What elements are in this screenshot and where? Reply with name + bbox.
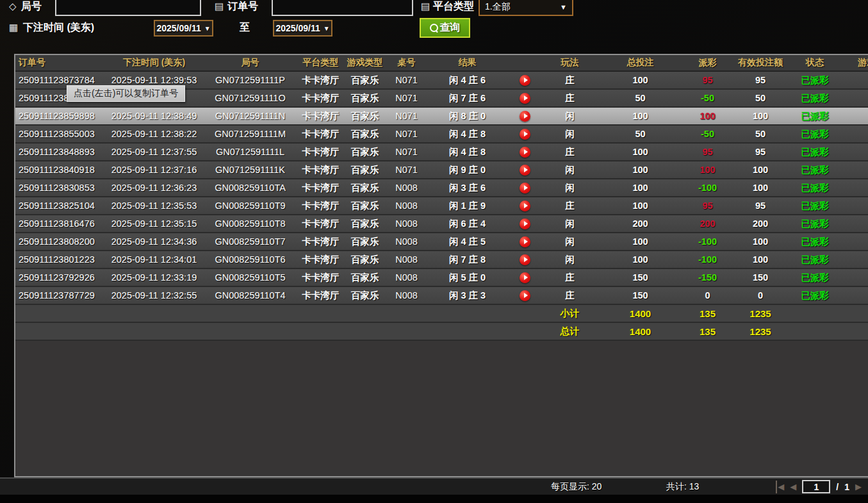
cell-game-type: 百家乐 <box>344 144 386 160</box>
cell-result: 闲 7 庄 6 <box>427 90 507 106</box>
cell-game-type: 百家乐 <box>344 215 386 232</box>
cell-replay <box>507 90 543 106</box>
play-replay-icon[interactable] <box>520 111 530 122</box>
cell-order-no[interactable]: 250911123801223 <box>15 251 105 268</box>
play-replay-icon[interactable] <box>520 75 530 86</box>
cell-order-no[interactable]: 250911123859898 <box>15 108 105 124</box>
game-no-input[interactable] <box>55 0 201 16</box>
platform-selected-value: 1.全部 <box>485 1 511 13</box>
column-header: 局号 <box>203 55 297 70</box>
order-no-input[interactable] <box>272 0 413 16</box>
per-page-label: 每页显示: 20 <box>551 481 602 493</box>
cell-valid-bet: 95 <box>732 72 789 88</box>
cell-replay <box>507 126 543 142</box>
cell-order-no[interactable]: 250911123816476 <box>15 215 105 232</box>
table-row[interactable]: 250911123825104 2025-09-11 12:35:53 GN00… <box>15 197 868 215</box>
cell-game-no: GN0712591111M <box>203 126 297 142</box>
cell-replay <box>507 197 543 214</box>
play-replay-icon[interactable] <box>520 219 530 229</box>
cell-order-no[interactable]: 250911123808200 <box>15 233 105 250</box>
column-header: 有效投注额 <box>732 55 789 70</box>
play-replay-icon[interactable] <box>520 165 530 176</box>
play-replay-icon[interactable] <box>520 93 530 104</box>
cell-result: 闲 4 庄 8 <box>427 144 507 160</box>
cell-order-no[interactable]: 250911123855003 <box>15 126 105 142</box>
cell-game-type: 百家乐 <box>344 161 386 178</box>
cell-game-type: 百家乐 <box>344 126 386 142</box>
table-row[interactable]: 250911123848893 2025-09-11 12:37:55 GN07… <box>15 144 868 161</box>
cell-valid-bet: 100 <box>732 161 789 178</box>
cell-game-mode: - <box>840 161 868 178</box>
platform-label: 平台类型 <box>433 0 474 13</box>
cell-replay <box>507 251 543 268</box>
cell-game-no: GN008259110T7 <box>203 233 297 250</box>
cell-status: 已派彩 <box>789 90 840 106</box>
cell-bet-time: 2025-09-11 12:34:36 <box>105 233 203 250</box>
cell-game-mode: - <box>840 108 868 124</box>
table-row[interactable]: 250911123855003 2025-09-11 12:38:22 GN07… <box>15 126 868 144</box>
cell-payout: -100 <box>684 251 732 268</box>
cell-table-no: N071 <box>386 144 427 160</box>
cell-status: 已派彩 <box>789 108 840 124</box>
table-row[interactable]: 250911123808200 2025-09-11 12:34:36 GN00… <box>15 233 868 251</box>
cell-order-no[interactable]: 250911123830853 <box>15 179 105 196</box>
table-row[interactable]: 250911123830853 2025-09-11 12:36:23 GN00… <box>15 179 868 197</box>
grand-total-payout: 135 <box>684 323 732 340</box>
play-replay-icon[interactable] <box>520 290 530 301</box>
next-page-icon[interactable]: ▶ <box>855 481 862 493</box>
play-replay-icon[interactable] <box>520 201 530 211</box>
table-row[interactable]: 250911123840918 2025-09-11 12:37:16 GN07… <box>15 161 868 179</box>
cell-order-no[interactable]: 250911123825104 <box>15 197 105 214</box>
table-body: 250911123873784 2025-09-11 12:39:53 GN07… <box>15 72 868 305</box>
cell-payout: 95 <box>684 72 732 88</box>
column-header: 派彩 <box>684 55 732 70</box>
grand-total-total-bet: 1400 <box>597 323 684 340</box>
date-from-picker[interactable]: 2025/09/11 ▼ <box>154 20 213 37</box>
play-replay-icon[interactable] <box>520 183 530 194</box>
table-row[interactable]: 250911123792926 2025-09-11 12:33:19 GN00… <box>15 269 868 287</box>
cell-platform: 卡卡湾厅 <box>297 287 344 304</box>
platform-icon: ▤ <box>421 1 430 12</box>
cell-payout: -100 <box>684 179 732 196</box>
cell-status: 已派彩 <box>789 144 840 160</box>
play-replay-icon[interactable] <box>520 236 530 247</box>
play-replay-icon[interactable] <box>520 147 530 158</box>
cell-order-no[interactable]: 250911123792926 <box>15 269 105 286</box>
cell-table-no: N071 <box>386 72 427 88</box>
cell-order-no[interactable]: 250911123840918 <box>15 161 105 178</box>
cell-total-bet: 200 <box>597 215 684 232</box>
table-row[interactable]: 250911123816476 2025-09-11 12:35:15 GN00… <box>15 215 868 233</box>
cell-play-type: 庄 <box>543 287 597 304</box>
cell-game-no: GN0712591111P <box>203 72 297 88</box>
cell-status: 已派彩 <box>789 179 840 196</box>
cell-payout: 95 <box>684 144 732 160</box>
table-row[interactable]: 250911123859898 2025-09-11 12:38:49 GN07… <box>15 108 868 126</box>
cell-game-mode: - <box>840 287 868 304</box>
table-row[interactable]: 250911123787729 2025-09-11 12:32:55 GN00… <box>15 287 868 305</box>
orders-table: 订单号下注时间 (美东)局号平台类型游戏类型桌号结果玩法总投注派彩有效投注额状态… <box>14 54 868 477</box>
cell-play-type: 庄 <box>543 72 597 88</box>
cell-result: 闲 7 庄 8 <box>427 251 507 268</box>
play-replay-icon[interactable] <box>520 254 530 265</box>
prev-page-icon[interactable]: ◀ <box>790 481 796 493</box>
cell-total-bet: 100 <box>597 108 684 124</box>
platform-select[interactable]: 1.全部 ▼ <box>479 0 573 16</box>
cell-play-type: 庄 <box>543 269 597 286</box>
cell-order-no[interactable]: 250911123848893 <box>15 144 105 160</box>
query-button[interactable]: 查询 <box>420 18 470 38</box>
page-number-input[interactable] <box>802 480 830 493</box>
cell-play-type: 闲 <box>543 215 597 232</box>
cell-valid-bet: 150 <box>732 269 789 286</box>
cell-replay <box>507 144 543 160</box>
play-replay-icon[interactable] <box>520 129 530 140</box>
cell-order-no[interactable]: 250911123787729 <box>15 287 105 304</box>
play-replay-icon[interactable] <box>520 272 530 283</box>
cell-status: 已派彩 <box>789 161 840 178</box>
table-row[interactable]: 250911123801223 2025-09-11 12:34:01 GN00… <box>15 251 868 269</box>
date-to-picker[interactable]: 2025/09/11 ▼ <box>273 20 332 37</box>
first-page-icon[interactable]: ◀ <box>776 481 784 493</box>
cell-total-bet: 50 <box>597 126 684 142</box>
cell-total-bet: 100 <box>597 251 684 268</box>
cell-table-no: N008 <box>386 197 427 214</box>
cell-total-bet: 100 <box>597 144 684 160</box>
